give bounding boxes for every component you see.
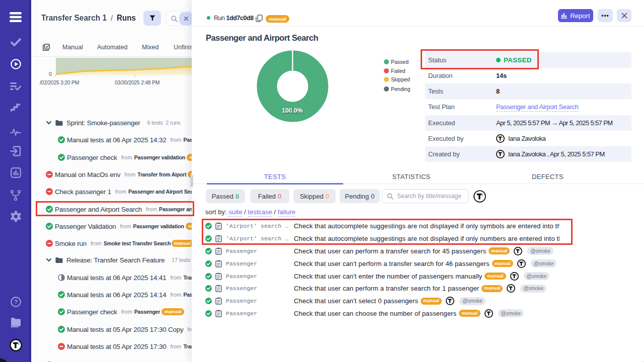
svg-text:100.0%: 100.0% xyxy=(282,107,303,114)
svg-text:?: ? xyxy=(14,299,18,306)
